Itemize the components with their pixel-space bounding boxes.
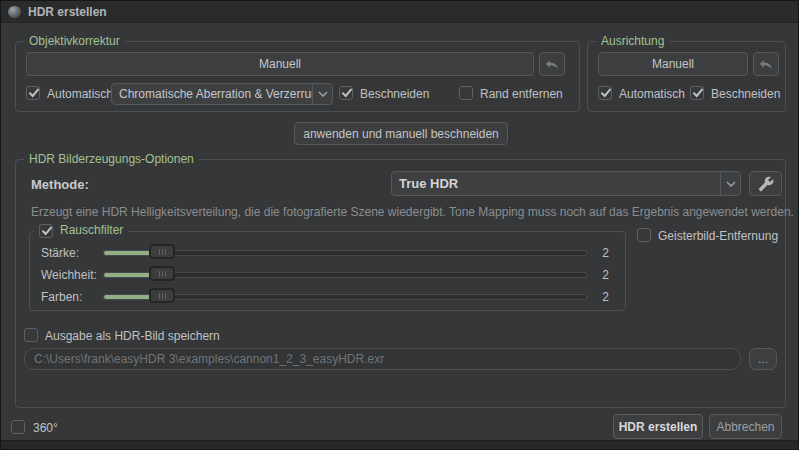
lens-correction-title: Objektivkorrektur	[24, 34, 125, 49]
method-settings-button[interactable]	[749, 171, 782, 196]
browse-button[interactable]: ...	[749, 348, 777, 370]
lens-undo-button[interactable]	[539, 52, 565, 76]
alignment-automatic-checkbox[interactable]	[598, 86, 612, 100]
colors-slider-thumb[interactable]	[149, 288, 175, 303]
softness-label: Weichheit:	[41, 268, 97, 282]
strength-slider[interactable]	[103, 250, 587, 256]
wrench-icon	[758, 176, 774, 192]
hdr-create-dialog: HDR erstellen Objektivkorrektur Manuell …	[0, 0, 799, 450]
apply-and-crop-button[interactable]: anwenden und manuell beschneiden	[294, 122, 508, 145]
cancel-button[interactable]: Abbrechen	[709, 414, 782, 439]
app-sphere-icon	[8, 6, 21, 18]
lens-correction-dropdown[interactable]: Chromatische Aberration & Verzerrung	[111, 83, 333, 105]
colors-slider-row: Farben: 2	[41, 289, 609, 305]
softness-value: 2	[602, 268, 609, 282]
lens-crop-checkbox[interactable]	[339, 86, 353, 100]
lens-correction-dropdown-value: Chromatische Aberration & Verzerrung	[112, 84, 312, 104]
alignment-automatic-label: Automatisch	[619, 87, 685, 101]
alignment-undo-button[interactable]	[753, 52, 779, 76]
checkmark-icon	[340, 86, 354, 100]
method-description: Erzeugt eine HDR Helligkeitsverteilung, …	[31, 205, 794, 219]
checkmark-icon	[599, 86, 613, 100]
save-output-label: Ausgabe als HDR-Bild speichern	[45, 329, 220, 343]
lens-crop-label: Beschneiden	[360, 87, 429, 101]
strength-slider-row: Stärke: 2	[41, 245, 609, 261]
titlebar[interactable]: HDR erstellen	[1, 1, 798, 23]
method-dropdown-value: True HDR	[392, 172, 720, 195]
deghosting-checkbox[interactable]	[637, 228, 651, 242]
checkmark-icon	[27, 86, 41, 100]
softness-slider-row: Weichheit: 2	[41, 267, 609, 283]
panorama-360-checkbox[interactable]	[11, 420, 25, 434]
alignment-manual-button[interactable]: Manuell	[598, 52, 748, 76]
checkmark-icon	[691, 86, 705, 100]
save-output-checkbox[interactable]	[24, 328, 38, 342]
alignment-crop-checkbox[interactable]	[690, 86, 704, 100]
softness-slider-thumb[interactable]	[149, 266, 175, 281]
colors-value: 2	[602, 290, 609, 304]
deghosting-label: Geisterbild-Entfernung	[658, 229, 778, 243]
output-path-field[interactable]: C:\Users\frank\easyHDR 3\examples\cannon…	[24, 348, 741, 370]
chevron-down-icon	[720, 172, 740, 195]
colors-slider[interactable]	[103, 294, 587, 300]
noise-filter-checkbox[interactable]	[39, 224, 53, 238]
panorama-360-label: 360°	[33, 421, 58, 435]
lens-automatic-label: Automatisch	[47, 87, 113, 101]
window-bottom-edge	[1, 440, 798, 449]
strength-label: Stärke:	[41, 246, 79, 260]
chevron-down-icon	[312, 84, 332, 104]
strength-value: 2	[602, 246, 609, 260]
softness-slider[interactable]	[103, 272, 587, 278]
undo-arrow-icon	[544, 56, 560, 72]
checkmark-icon	[40, 224, 54, 238]
alignment-crop-label: Beschneiden	[711, 87, 780, 101]
lens-manual-button[interactable]: Manuell	[26, 52, 534, 76]
output-path-value: C:\Users\frank\easyHDR 3\examples\cannon…	[34, 352, 384, 366]
window-title: HDR erstellen	[28, 5, 107, 19]
create-hdr-button[interactable]: HDR erstellen	[613, 414, 703, 439]
remove-border-label: Rand entfernen	[480, 87, 563, 101]
method-label: Methode:	[31, 177, 89, 192]
hdr-options-title: HDR Bilderzeugungs-Optionen	[24, 152, 199, 167]
method-dropdown[interactable]: True HDR	[391, 171, 741, 196]
noise-filter-label: Rauschfilter	[60, 223, 123, 238]
undo-arrow-icon	[758, 56, 774, 72]
lens-automatic-checkbox[interactable]	[26, 86, 40, 100]
colors-label: Farben:	[41, 290, 82, 304]
alignment-title: Ausrichtung	[596, 34, 669, 49]
strength-slider-thumb[interactable]	[149, 244, 175, 259]
remove-border-checkbox[interactable]	[459, 86, 473, 100]
